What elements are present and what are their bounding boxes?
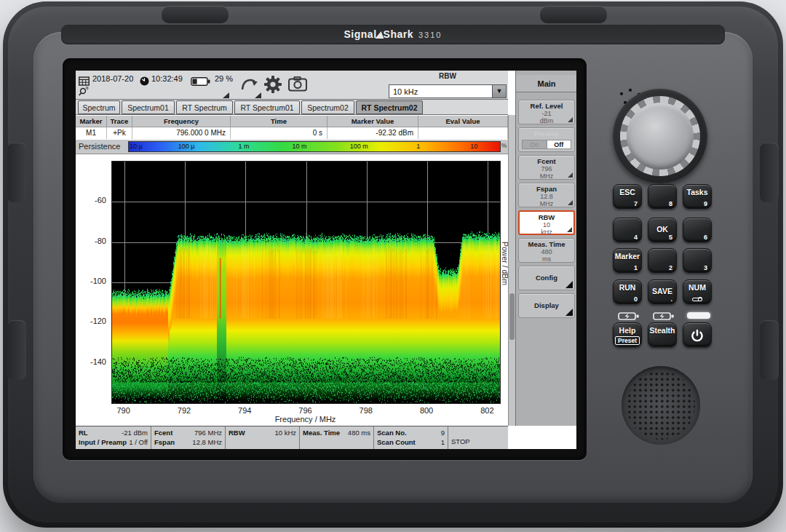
expand-corner-icon (568, 200, 573, 205)
swap-view-icon[interactable] (240, 75, 259, 92)
scrollbar-thumb[interactable] (509, 293, 515, 340)
scan-count-value: 1 (441, 437, 445, 447)
top-latch-left (162, 6, 229, 23)
key-label: OK (648, 225, 676, 234)
scan-count-label: Scan Count (377, 437, 416, 447)
rbw-label: RBW (520, 213, 573, 221)
persistence-tick-label: 10 m (293, 143, 307, 150)
expand-corner-icon (255, 92, 261, 98)
preamp-on-option[interactable]: On (523, 140, 547, 148)
meas-status-label: Meas. Time (303, 428, 340, 437)
key-stealth[interactable]: Stealth (648, 322, 677, 347)
sidebar-item-meas-time[interactable]: Meas. Time 480 ms (518, 238, 575, 263)
key-save[interactable]: SAVE. (648, 279, 677, 304)
settings-gear-icon[interactable] (263, 75, 282, 94)
marker-cell: 0 s (231, 127, 328, 139)
key-esc[interactable]: ESC7 (613, 184, 642, 209)
top-status-bar: 2018-07-20 10:32:49 29 % (76, 71, 508, 100)
marker-col-header: Frequency (132, 116, 231, 127)
signalshark-device-photo: SignalShark3310 2018-07-20 10:32:49 (0, 0, 786, 532)
rbw-dropdown-value: 10 kHz (393, 87, 418, 96)
fcent-label: Fcent (519, 157, 574, 165)
key-up[interactable]: 8 (648, 184, 677, 209)
key-run[interactable]: RUN0 (613, 279, 642, 304)
persistence-unit: % (501, 142, 507, 149)
key-right[interactable]: 6 (683, 218, 712, 242)
x-axis-tick-label: 800 (420, 406, 433, 415)
fcent-value: 796 (519, 165, 574, 172)
ref-level-value: -21 (519, 110, 574, 117)
key-num-lock[interactable]: NUM (683, 279, 712, 304)
key-number: 6 (704, 234, 707, 241)
tab-rt-spectrum[interactable]: RT Spectrum (176, 100, 233, 114)
key-down[interactable]: 2 (648, 248, 677, 273)
key-volume[interactable]: 3 (683, 248, 712, 273)
marker-col-header: Time (231, 116, 328, 127)
persistence-tick-label: 100 m (350, 143, 368, 150)
scan-no-value: 9 (441, 428, 445, 437)
logo-band: SignalShark3310 (61, 25, 725, 44)
key-help-preset[interactable]: HelpPreset (613, 322, 642, 347)
tab-spectrum02[interactable]: Spectrum02 (301, 100, 354, 114)
sidebar-item-preamp[interactable]: Preamp On Off (518, 127, 575, 152)
marker-col-header: Eval Value (418, 116, 508, 127)
sidebar-item-config[interactable]: Config (518, 266, 575, 290)
rotary-knob[interactable] (620, 96, 700, 176)
meas-time-unit: ms (519, 255, 574, 263)
key-ok[interactable]: OK5 (648, 218, 677, 242)
softkey-sidebar: Main Ref. Level -21 dBm Preamp On Off Fc… (515, 71, 576, 426)
rbw-dropdown[interactable]: 10 kHz ▼ (389, 84, 507, 98)
persistence-label: Persistence (79, 142, 120, 151)
fcent-status-value: 796 MHz (194, 428, 222, 437)
sidebar-item-fcent[interactable]: Fcent 796 MHz (518, 155, 575, 180)
persistence-tick-label: 1 m (239, 143, 250, 150)
view-tabs: SpectrumSpectrum01RT SpectrumRT Spectrum… (76, 100, 508, 115)
persistence-tick-label: 10 (470, 143, 477, 150)
persistence-spectrum-canvas[interactable] (111, 161, 501, 404)
tab-rt-spectrum02[interactable]: RT Spectrum02 (356, 100, 423, 114)
marker-col-header: Trace (107, 116, 132, 127)
key-power[interactable] (683, 322, 712, 347)
key-number: 1 (634, 264, 638, 271)
key-number: 0 (634, 295, 638, 303)
tab-spectrum01[interactable]: Spectrum01 (122, 100, 175, 114)
spectrum-plot-region: Frequency / MHz Power / dBm -60-80-100-1… (76, 154, 508, 426)
key-number: . (670, 295, 672, 303)
sidebar-item-ref-level[interactable]: Ref. Level -21 dBm (518, 100, 575, 124)
key-number: 9 (704, 200, 707, 207)
battery-led-2-icon (653, 311, 675, 321)
rbw-dropdown-label: RBW (389, 72, 507, 80)
dropdown-arrow-icon[interactable]: ▼ (492, 85, 506, 98)
status-section-stop: STOP (448, 426, 508, 449)
key-label: Marker (614, 252, 641, 261)
vertical-scrollbar[interactable] (508, 115, 515, 426)
preamp-toggle[interactable]: On Off (522, 140, 571, 149)
date-text: 2018-07-20 (92, 74, 133, 83)
x-axis-tick-label: 802 (480, 406, 493, 415)
brand-name-part2: Shark (384, 28, 413, 40)
model-number: 3310 (418, 31, 442, 39)
sidebar-item-fspan[interactable]: Fspan 12.8 MHz (518, 183, 575, 207)
key-tasks[interactable]: Tasks9 (683, 184, 712, 209)
status-section-scan: Scan No.9 Scan Count1 (374, 426, 448, 449)
rbw-status-label: RBW (229, 428, 245, 437)
power-icon (691, 329, 704, 343)
marker-cell (418, 127, 508, 139)
tab-rt-spectrum01[interactable]: RT Spectrum01 (234, 100, 300, 114)
submenu-corner-icon (565, 281, 573, 288)
marker-cell: 796.000 0 MHz (132, 127, 231, 139)
fcent-status-label: Fcent (154, 428, 172, 437)
preamp-off-option[interactable]: Off (547, 140, 571, 148)
sidebar-item-display[interactable]: Display (518, 293, 575, 318)
key-left[interactable]: 4 (613, 218, 642, 242)
input-preamp-value: 1 / Off (129, 437, 148, 447)
datetime-battery-cell[interactable]: 2018-07-20 10:32:49 29 % (76, 71, 234, 100)
sidebar-item-rbw-active[interactable]: RBW 10 kHz (518, 210, 575, 235)
tab-spectrum[interactable]: Spectrum (78, 100, 120, 114)
rbw-status-value: 10 kHz (274, 428, 296, 437)
marker-table[interactable]: MarkerTraceFrequencyTimeMarker ValueEval… (76, 116, 508, 139)
screenshot-camera-icon[interactable] (288, 76, 307, 92)
rl-value: -21 dBm (122, 428, 148, 437)
key-marker[interactable]: Marker1 (613, 248, 642, 273)
key-label: SAVE (648, 287, 676, 295)
